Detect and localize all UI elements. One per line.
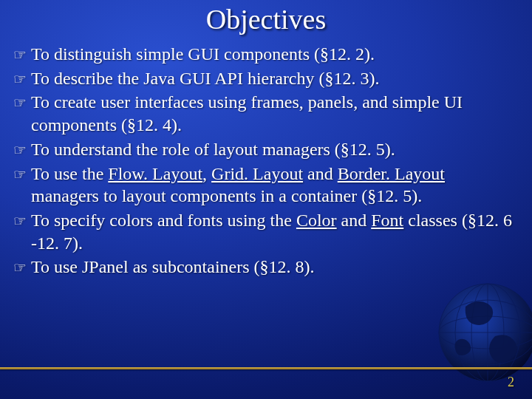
svg-point-3	[439, 300, 532, 365]
list-item: ☞ To describe the Java GUI API hierarchy…	[13, 67, 516, 90]
list-item-text: To create user interfaces using frames, …	[31, 91, 516, 136]
list-item-text: To understand the role of layout manager…	[31, 138, 516, 161]
bullet-icon: ☞	[13, 67, 31, 89]
underlined-term: Color	[296, 211, 337, 230]
page-title: Objectives	[0, 3, 532, 35]
list-item: ☞To use the Flow. Layout, Grid. Layout a…	[13, 163, 516, 208]
bullet-icon: ☞	[13, 91, 31, 113]
underlined-term: Border. Layout	[338, 164, 445, 183]
slide: Objectives ☞To distinguish simple GUI co…	[0, 0, 532, 399]
bullet-icon: ☞	[13, 209, 31, 231]
bullet-list: ☞To distinguish simple GUI components (§…	[13, 43, 516, 280]
list-item-text: To specify colors and fonts using the Co…	[31, 209, 516, 254]
list-item: ☞To distinguish simple GUI components (§…	[13, 43, 516, 66]
divider	[0, 367, 532, 369]
underlined-term: Flow. Layout	[108, 164, 202, 183]
bullet-icon: ☞	[13, 256, 31, 278]
list-item-text: To describe the Java GUI API hierarchy (…	[31, 67, 516, 90]
list-item-text: To use the Flow. Layout, Grid. Layout an…	[31, 163, 516, 208]
list-item: ☞To use JPanel as subcontainers (§12. 8)…	[13, 256, 516, 279]
list-item: ☞To understand the role of layout manage…	[13, 138, 516, 161]
bullet-icon: ☞	[13, 138, 31, 160]
underlined-term: Font	[371, 211, 403, 230]
page-number: 2	[508, 375, 514, 390]
list-item: ☞To create user interfaces using frames,…	[13, 91, 516, 136]
bullet-icon: ☞	[13, 43, 31, 65]
globe-icon	[421, 266, 532, 384]
list-item: ☞To specify colors and fonts using the C…	[13, 209, 516, 254]
bullet-icon: ☞	[13, 163, 31, 185]
list-item-text: To use JPanel as subcontainers (§12. 8).	[31, 256, 516, 279]
svg-point-2	[439, 316, 532, 349]
list-item-text: To distinguish simple GUI components (§1…	[31, 43, 516, 66]
underlined-term: Grid. Layout	[211, 164, 303, 183]
